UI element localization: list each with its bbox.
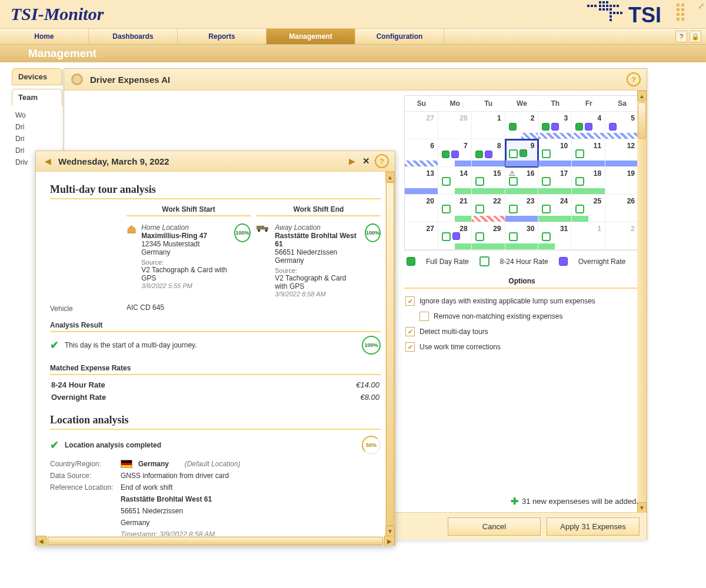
lock-icon[interactable]: 🔒 <box>690 31 701 42</box>
calendar-day[interactable]: 21 <box>438 195 472 222</box>
svg-rect-17 <box>610 15 612 18</box>
calendar-day[interactable]: 8 <box>472 139 505 167</box>
svg-rect-4 <box>602 1 605 4</box>
calendar-day[interactable]: 30 <box>505 222 539 250</box>
calendar-day[interactable]: 27 <box>405 112 438 139</box>
popup-vscrollbar[interactable]: ▲▼ <box>385 172 395 536</box>
sidebar-item[interactable]: Dri <box>15 121 62 133</box>
dialog-vscrollbar[interactable]: ▲▼ <box>637 91 647 513</box>
calendar-day[interactable]: 26 <box>605 195 639 222</box>
sidebar-tab-devices[interactable]: Devices <box>12 68 62 85</box>
popup-hscrollbar[interactable]: ◀▶ <box>36 536 395 546</box>
close-button[interactable]: ✕ <box>362 156 370 166</box>
check-icon: ✔ <box>50 439 59 452</box>
calendar-day[interactable]: 27 <box>405 222 438 250</box>
svg-rect-29 <box>677 18 680 21</box>
calendar-day[interactable]: 2 <box>605 222 639 250</box>
svg-rect-25 <box>677 8 680 11</box>
svg-point-36 <box>265 229 268 232</box>
vehicle-id: AIC CD 645 <box>126 303 381 312</box>
option-worktime-corrections[interactable]: Use work time corrections <box>404 339 640 355</box>
calendar-day[interactable]: 17 <box>538 167 572 195</box>
dialog-help-icon[interactable]: ? <box>627 72 641 86</box>
ai-coin-icon <box>70 72 84 86</box>
fullscreen-icon[interactable]: ⤢ <box>698 1 705 11</box>
rates-header: Matched Expense Rates <box>50 364 381 375</box>
day-detail-popup: ◀ Wednesday, March 9, 2022 ▶ ✕ ? Multi-d… <box>35 151 395 546</box>
svg-rect-18 <box>610 19 612 21</box>
svg-rect-23 <box>677 4 680 6</box>
help-icon[interactable]: ? <box>675 31 687 42</box>
calendar-day[interactable]: 5 <box>605 112 639 139</box>
calendar-day[interactable]: 4 <box>572 112 605 139</box>
calendar-day[interactable]: 2 <box>505 112 539 139</box>
svg-rect-9 <box>599 8 601 11</box>
cancel-button[interactable]: Cancel <box>448 517 541 536</box>
option-detect-multiday[interactable]: Detect multi-day tours <box>404 324 640 339</box>
svg-rect-5 <box>606 1 608 4</box>
calendar-day[interactable]: 31 <box>538 222 572 250</box>
svg-rect-11 <box>606 8 608 11</box>
calendar-day[interactable]: 7 <box>438 139 472 167</box>
calendar-day[interactable]: 25 <box>572 195 605 222</box>
svg-rect-1 <box>591 5 593 7</box>
calendar-day[interactable]: 6 <box>405 139 438 167</box>
calendar-day[interactable]: 28 <box>438 112 472 139</box>
menu-dashboards[interactable]: Dashboards <box>89 29 178 44</box>
calendar-day[interactable]: 16⚠ <box>505 167 539 195</box>
analysis-text: This day is the start of a multi-day jou… <box>65 341 197 349</box>
calendar-day[interactable]: 29 <box>472 222 505 250</box>
popup-help-icon[interactable]: ? <box>375 154 389 168</box>
calendar-day[interactable]: 18 <box>572 167 605 195</box>
calendar-day[interactable]: 24 <box>538 195 572 222</box>
app-logo: TSI ⤢ <box>587 1 702 27</box>
next-day-button[interactable]: ▶ <box>346 155 358 167</box>
calendar-day[interactable]: 19 <box>605 167 639 195</box>
sidebar-item[interactable]: Dri <box>15 133 62 145</box>
calendar-day[interactable]: 15 <box>472 167 505 195</box>
menu-management[interactable]: Management <box>267 29 355 44</box>
main-menu: Home Dashboards Reports Management Confi… <box>0 28 706 45</box>
menu-configuration[interactable]: Configuration <box>355 29 444 44</box>
calendar-day[interactable]: 12 <box>605 139 639 167</box>
menu-reports[interactable]: Reports <box>178 29 267 44</box>
calendar-day[interactable]: 11 <box>572 139 605 167</box>
expense-calendar: SuMoTuWeThFrSa 2728123456789101112131415… <box>404 95 640 250</box>
menu-home[interactable]: Home <box>0 29 89 44</box>
status-line: ✚ 31 new expenseses will be added. <box>511 496 638 507</box>
calendar-day[interactable]: 28 <box>438 222 472 250</box>
sidebar-item[interactable]: Wo <box>15 109 62 121</box>
apply-button[interactable]: Apply 31 Expenses <box>547 517 640 536</box>
prev-day-button[interactable]: ◀ <box>42 155 54 167</box>
breadcrumb: Management <box>0 45 706 62</box>
rate-row: Overnight Rate€8.00 <box>50 391 381 403</box>
calendar-day[interactable]: 14 <box>438 167 472 195</box>
calendar-day[interactable]: 1 <box>572 222 605 250</box>
svg-rect-34 <box>264 227 268 229</box>
dialog-title: Driver Expenses AI <box>90 75 170 85</box>
truck-icon <box>257 223 270 233</box>
calendar-day[interactable]: 22 <box>472 195 505 222</box>
calendar-day[interactable]: 10 <box>538 139 572 167</box>
svg-rect-27 <box>677 13 680 16</box>
svg-rect-12 <box>610 5 612 7</box>
calendar-day[interactable]: 13 <box>405 167 438 195</box>
calendar-day[interactable]: 20 <box>405 195 438 222</box>
location-completed: Location analysis completed <box>65 441 161 449</box>
calendar-day[interactable]: 1 <box>472 112 505 139</box>
option-ignore-existing[interactable]: Ignore days with existing applicable lum… <box>404 293 640 309</box>
sidebar-tab-team[interactable]: Team <box>12 89 62 106</box>
shift-start-header: Work Shift Start <box>126 205 251 216</box>
calendar-day[interactable]: 9 <box>505 139 539 167</box>
svg-rect-2 <box>594 5 597 7</box>
svg-rect-26 <box>681 8 684 11</box>
option-remove-nonmatching[interactable]: Remove non-matching existing expenses <box>404 309 640 324</box>
calendar-legend: Full Day Rate 8-24 Hour Rate Overnight R… <box>404 250 640 272</box>
cal-dow: Tu <box>472 96 505 112</box>
svg-rect-15 <box>610 8 612 11</box>
svg-point-32 <box>73 75 81 83</box>
calendar-day[interactable]: 23 <box>505 195 539 222</box>
location-analysis-title: Location analysis <box>50 414 381 430</box>
svg-rect-3 <box>599 1 601 4</box>
calendar-day[interactable]: 3 <box>538 112 572 139</box>
